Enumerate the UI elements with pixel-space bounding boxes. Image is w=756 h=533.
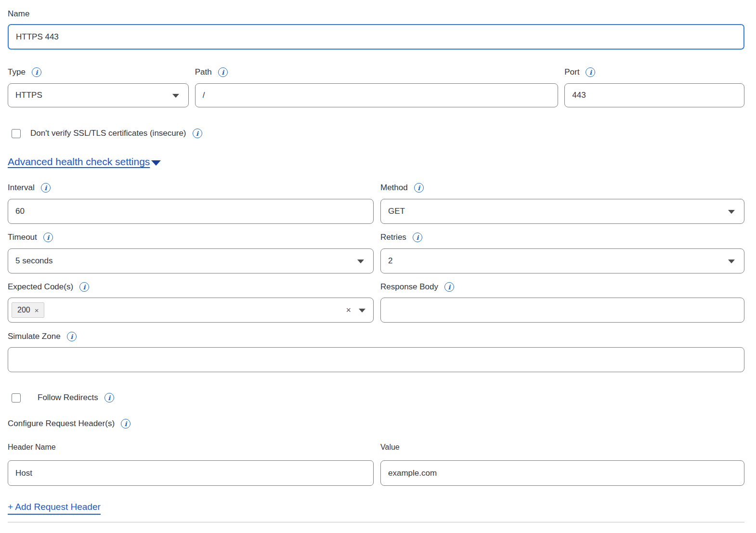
interval-info-icon[interactable]: i: [41, 183, 51, 193]
follow-redirects-info-icon[interactable]: i: [104, 393, 114, 403]
retries-label-text: Retries: [380, 232, 406, 243]
ssl-checkbox-row: Don't verify SSL/TLS certificates (insec…: [8, 129, 744, 138]
expected-codes-multiselect[interactable]: 200 × ×: [8, 298, 374, 323]
name-label: Name: [8, 9, 744, 19]
follow-redirects-label: Follow Redirects: [38, 393, 98, 403]
header-name-input[interactable]: [8, 460, 374, 486]
type-path-port-fields: HTTPS: [8, 83, 744, 107]
request-header-column-labels: Header Name Value: [8, 442, 744, 452]
advanced-settings-link[interactable]: Advanced health check settings: [8, 156, 161, 168]
retries-info-icon[interactable]: i: [413, 233, 422, 242]
port-info-icon[interactable]: i: [586, 67, 595, 77]
request-headers-section-label: Configure Request Header(s) i: [8, 418, 744, 429]
request-headers-section-text: Configure Request Header(s): [8, 418, 115, 429]
timeout-select[interactable]: 5 seconds: [8, 248, 374, 273]
timeout-label-text: Timeout: [8, 232, 37, 243]
expected-codes-info-icon[interactable]: i: [79, 282, 89, 292]
request-headers-info-icon[interactable]: i: [121, 419, 130, 429]
response-body-info-icon[interactable]: i: [444, 282, 454, 292]
interval-label-text: Interval: [8, 182, 35, 193]
type-select-value: HTTPS: [15, 91, 42, 100]
method-label: Method i: [380, 182, 744, 193]
expected-codes-label: Expected Code(s) i: [8, 282, 374, 292]
request-header-row: [8, 460, 744, 486]
port-input[interactable]: [564, 83, 744, 107]
timeout-info-icon[interactable]: i: [43, 233, 53, 242]
retries-label: Retries i: [380, 232, 744, 243]
add-request-header-link[interactable]: + Add Request Header: [8, 502, 101, 515]
simulate-zone-label: Simulate Zone i: [8, 331, 744, 342]
follow-redirects-checkbox[interactable]: [12, 393, 21, 403]
chevron-down-icon: [172, 94, 179, 98]
type-info-icon[interactable]: i: [32, 67, 41, 77]
triangle-down-icon: [151, 160, 161, 166]
timeout-retries-labels: Timeout i Retries i: [8, 232, 744, 243]
path-info-icon[interactable]: i: [218, 67, 228, 77]
method-select[interactable]: GET: [380, 199, 744, 224]
retries-select[interactable]: 2: [380, 248, 744, 273]
add-request-header-row: + Add Request Header: [8, 502, 744, 515]
simulate-zone-input[interactable]: [8, 347, 744, 372]
name-input[interactable]: [8, 24, 744, 50]
port-label: Port i: [564, 67, 744, 78]
port-label-text: Port: [564, 67, 579, 78]
simulate-zone-label-text: Simulate Zone: [8, 331, 61, 342]
ssl-info-icon[interactable]: i: [193, 129, 202, 138]
path-label: Path i: [195, 67, 558, 78]
timeout-label: Timeout i: [8, 232, 374, 243]
interval-method-labels: Interval i Method i: [8, 182, 744, 193]
chevron-down-icon: [728, 210, 735, 214]
ssl-verify-checkbox[interactable]: [12, 129, 21, 138]
expected-code-tag-text: 200: [17, 306, 30, 314]
advanced-settings-row: Advanced health check settings: [8, 156, 744, 168]
type-path-port-labels: Type i Path i Port i: [8, 67, 744, 78]
response-body-label-text: Response Body: [380, 282, 438, 292]
type-label: Type i: [8, 67, 189, 78]
method-info-icon[interactable]: i: [414, 183, 424, 193]
codes-body-fields: 200 × ×: [8, 298, 744, 323]
value-column-label: Value: [380, 442, 744, 452]
codes-body-labels: Expected Code(s) i Response Body i: [8, 282, 744, 292]
path-label-text: Path: [195, 67, 212, 78]
tag-remove-icon[interactable]: ×: [35, 306, 39, 314]
chevron-down-icon: [357, 260, 364, 263]
path-input[interactable]: [195, 83, 558, 107]
response-body-input[interactable]: [380, 298, 744, 323]
interval-method-fields: GET: [8, 199, 744, 224]
chevron-down-icon[interactable]: [359, 309, 365, 312]
method-select-value: GET: [388, 207, 405, 216]
follow-redirects-row: Follow Redirects i: [8, 393, 744, 403]
clear-all-icon[interactable]: ×: [346, 306, 351, 314]
timeout-retries-fields: 5 seconds 2: [8, 248, 744, 273]
expected-codes-label-text: Expected Code(s): [8, 282, 73, 292]
health-check-form: Name Type i Path i Port i HTTPS Don't ve…: [0, 0, 756, 522]
method-label-text: Method: [380, 182, 408, 193]
expected-code-tag: 200 ×: [12, 302, 44, 318]
interval-label: Interval i: [8, 182, 374, 193]
response-body-label: Response Body i: [380, 282, 744, 292]
advanced-settings-link-text: Advanced health check settings: [8, 156, 150, 168]
simulate-zone-info-icon[interactable]: i: [67, 332, 77, 341]
timeout-select-value: 5 seconds: [15, 256, 53, 266]
section-divider: [8, 522, 744, 522]
chevron-down-icon: [728, 260, 735, 263]
name-label-text: Name: [8, 9, 29, 19]
interval-input[interactable]: [8, 199, 374, 224]
header-name-column-label: Header Name: [8, 442, 374, 452]
header-value-input[interactable]: [380, 460, 744, 486]
ssl-checkbox-label: Don't verify SSL/TLS certificates (insec…: [30, 129, 186, 138]
type-select[interactable]: HTTPS: [8, 83, 189, 107]
type-label-text: Type: [8, 67, 26, 78]
retries-select-value: 2: [388, 256, 392, 266]
